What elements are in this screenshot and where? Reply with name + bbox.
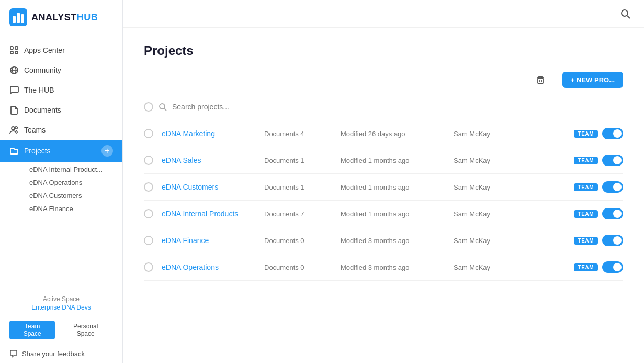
row-checkbox[interactable] (144, 156, 153, 165)
team-badge: TEAM (574, 210, 598, 218)
add-project-button[interactable]: + (101, 145, 113, 157)
team-badge: TEAM (574, 157, 598, 164)
project-name[interactable]: eDNA Finance (162, 236, 256, 245)
personal-space-button[interactable]: Personal Space (58, 321, 113, 339)
sidebar-item-label: Community (24, 66, 61, 74)
team-badge: TEAM (574, 263, 598, 271)
project-modified: Modified 1 months ago (341, 210, 445, 218)
toggle-switch[interactable] (602, 155, 623, 166)
sidebar: ANALYSTHUB Apps Center (0, 0, 123, 363)
team-badge: TEAM (574, 183, 598, 191)
project-docs: Documents 0 (264, 263, 332, 271)
globe-icon (9, 65, 19, 75)
sidebar-item-teams[interactable]: Teams (0, 120, 122, 140)
feedback-label: Share your feedback (22, 350, 85, 358)
toolbar: + NEW PRO... (144, 71, 623, 89)
svg-rect-4 (10, 47, 13, 49)
row-checkbox[interactable] (144, 209, 153, 218)
apps-icon (9, 46, 19, 55)
new-project-button[interactable]: + NEW PRO... (562, 72, 623, 88)
svg-point-11 (12, 127, 15, 130)
top-bar (123, 0, 644, 28)
row-checkbox[interactable] (144, 182, 153, 192)
logo: ANALYSTHUB (0, 0, 122, 35)
svg-rect-6 (10, 51, 13, 54)
trash-icon (536, 75, 545, 84)
sub-nav-item[interactable]: eDNA Operations (24, 176, 122, 189)
project-docs: Documents 1 (264, 183, 332, 191)
project-modified: Modified 26 days ago (341, 130, 445, 138)
svg-rect-3 (21, 14, 24, 23)
sub-nav-item[interactable]: eDNA Internal Product... (24, 163, 122, 176)
space-toggle: Team Space Personal Space (0, 316, 122, 344)
project-owner: Sam McKay (454, 183, 516, 191)
active-space: Active Space Enterprise DNA Devs (0, 290, 122, 316)
folder-icon (9, 146, 19, 156)
sidebar-item-label: Apps Center (24, 46, 65, 54)
svg-rect-2 (17, 13, 20, 23)
sidebar-item-projects[interactable]: Projects + (0, 140, 122, 162)
page-title: Projects (144, 43, 623, 58)
toggle-knob (613, 156, 622, 164)
content-area: Projects + NEW PRO... (123, 28, 644, 363)
project-name[interactable]: eDNA Internal Products (162, 210, 256, 218)
project-actions: TEAM (574, 235, 623, 246)
table-row: eDNA Internal Products Documents 7 Modif… (144, 201, 623, 227)
svg-rect-1 (13, 16, 16, 23)
team-badge: TEAM (574, 237, 598, 245)
svg-point-18 (160, 104, 165, 109)
sidebar-item-label: Teams (24, 126, 46, 134)
select-all-checkbox[interactable] (144, 102, 153, 112)
project-actions: TEAM (574, 155, 623, 166)
delete-button[interactable] (532, 71, 549, 89)
toggle-switch[interactable] (602, 181, 623, 193)
table-row: eDNA Sales Documents 1 Modified 1 months… (144, 147, 623, 174)
project-name[interactable]: eDNA Marketing (162, 129, 256, 138)
search-top-icon[interactable] (617, 5, 634, 22)
table-row: eDNA Marketing Documents 4 Modified 26 d… (144, 120, 623, 147)
toolbar-divider (556, 72, 556, 87)
team-space-button[interactable]: Team Space (9, 321, 55, 339)
svg-line-19 (164, 108, 166, 111)
sidebar-item-label: Documents (24, 106, 61, 114)
table-row: eDNA Finance Documents 0 Modified 3 mont… (144, 227, 623, 254)
feedback-icon (9, 349, 18, 358)
logo-icon (9, 8, 27, 26)
toggle-knob (613, 129, 622, 138)
project-modified: Modified 3 months ago (341, 237, 445, 245)
feedback-item[interactable]: Share your feedback (0, 344, 122, 363)
sidebar-item-the-hub[interactable]: The HUB (0, 80, 122, 100)
toggle-switch[interactable] (602, 128, 623, 139)
row-checkbox[interactable] (144, 129, 153, 138)
sub-nav-item[interactable]: eDNA Finance (24, 202, 122, 215)
svg-point-12 (15, 127, 17, 129)
active-space-label: Active Space (9, 295, 113, 303)
project-docs: Documents 1 (264, 157, 332, 164)
project-name[interactable]: eDNA Customers (162, 183, 256, 191)
projects-sub-nav: eDNA Internal Product... eDNA Operations… (0, 162, 122, 216)
team-badge: TEAM (574, 130, 598, 138)
logo-text: ANALYSTHUB (31, 12, 98, 23)
project-modified: Modified 3 months ago (341, 263, 445, 271)
sub-nav-item[interactable]: eDNA Customers (24, 189, 122, 202)
sidebar-item-documents[interactable]: Documents (0, 100, 122, 120)
row-checkbox[interactable] (144, 262, 153, 272)
sidebar-item-community[interactable]: Community (0, 60, 122, 80)
project-actions: TEAM (574, 128, 623, 139)
search-input[interactable] (172, 103, 623, 111)
project-docs: Documents 7 (264, 210, 332, 218)
svg-rect-5 (15, 47, 18, 49)
sidebar-item-label: Projects (24, 147, 51, 155)
toggle-switch[interactable] (602, 261, 623, 273)
project-modified: Modified 1 months ago (341, 183, 445, 191)
active-space-name[interactable]: Enterprise DNA Devs (9, 304, 113, 311)
row-checkbox[interactable] (144, 236, 153, 245)
sidebar-item-apps-center[interactable]: Apps Center (0, 40, 122, 60)
toggle-switch[interactable] (602, 208, 623, 219)
project-name[interactable]: eDNA Operations (162, 263, 256, 271)
sidebar-item-label: The HUB (24, 86, 54, 94)
svg-rect-15 (538, 78, 543, 83)
project-name[interactable]: eDNA Sales (162, 156, 256, 164)
toggle-switch[interactable] (602, 235, 623, 246)
svg-line-14 (627, 16, 630, 18)
